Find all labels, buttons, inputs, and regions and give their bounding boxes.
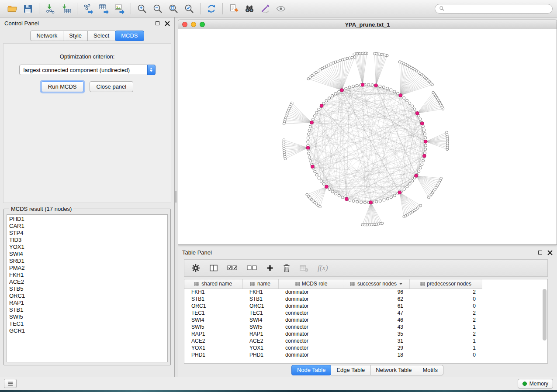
network-hub-node[interactable] [306, 146, 310, 150]
close-window-icon[interactable] [182, 22, 187, 27]
network-node[interactable] [352, 199, 355, 202]
network-node[interactable] [320, 180, 322, 182]
table-settings-button[interactable] [191, 264, 200, 272]
float-panel-icon[interactable] [538, 251, 542, 254]
network-node[interactable] [390, 196, 392, 199]
network-node[interactable] [419, 118, 422, 120]
network-node[interactable] [331, 190, 334, 193]
network-node[interactable] [398, 61, 401, 63]
select-all-columns-button[interactable] [227, 264, 238, 272]
table-scrollbar[interactable] [542, 289, 547, 362]
network-node[interactable] [379, 85, 381, 87]
mcds-result-item[interactable]: STB5 [9, 285, 165, 292]
network-node[interactable] [371, 84, 374, 86]
network-node[interactable] [382, 86, 385, 89]
column-header-predecessor-nodes[interactable]: predecessor nodes [409, 279, 482, 289]
table-row[interactable]: STB1STB1dominator620 [184, 296, 482, 303]
show-columns-button[interactable] [209, 264, 218, 272]
mcds-result-item[interactable]: ORC1 [9, 292, 165, 299]
network-node[interactable] [345, 87, 347, 90]
network-hub-node[interactable] [399, 94, 402, 97]
network-hub-node[interactable] [369, 201, 373, 204]
network-node[interactable] [328, 97, 331, 100]
network-node[interactable] [353, 56, 356, 58]
network-hub-node[interactable] [398, 191, 401, 194]
mcds-result-item[interactable]: STB1 [9, 306, 165, 313]
table-row[interactable]: ACE2ACE2connector311 [184, 337, 482, 344]
network-node[interactable] [309, 159, 311, 162]
network-node[interactable] [349, 199, 351, 201]
network-node[interactable] [353, 53, 356, 55]
network-node[interactable] [307, 152, 310, 155]
network-node[interactable] [446, 131, 448, 134]
network-node[interactable] [338, 194, 340, 197]
optimization-criterion-select[interactable]: largest connected component (undirected) [19, 65, 156, 75]
table-row[interactable]: FKH1FKH1dominator962 [184, 289, 482, 296]
close-panel-icon[interactable] [165, 21, 170, 26]
network-node[interactable] [417, 170, 420, 172]
network-hub-node[interactable] [325, 185, 329, 189]
network-node[interactable] [403, 188, 405, 190]
zoom-fit-button[interactable] [166, 2, 181, 16]
network-hub-node[interactable] [415, 174, 418, 178]
export-table-button[interactable] [96, 2, 112, 16]
network-node[interactable] [422, 125, 424, 127]
table-row[interactable]: RAP1RAP1dominator352 [184, 330, 482, 337]
tab-motifs[interactable]: Motifs [417, 365, 443, 375]
memory-button[interactable]: Memory [518, 379, 553, 389]
network-canvas[interactable] [178, 29, 557, 244]
tab-edge-table[interactable]: Edge Table [331, 365, 370, 375]
network-node[interactable] [314, 170, 316, 173]
network-node[interactable] [393, 194, 396, 197]
network-node[interactable] [390, 89, 392, 91]
network-hub-node[interactable] [340, 89, 344, 92]
tab-network-table[interactable]: Network Table [370, 365, 417, 375]
mcds-result-item[interactable]: YOX1 [9, 244, 165, 251]
network-hub-node[interactable] [345, 197, 348, 201]
network-node[interactable] [315, 173, 318, 176]
search-input[interactable] [447, 6, 548, 12]
network-node[interactable] [334, 92, 337, 95]
network-node[interactable] [393, 90, 396, 93]
delete-table-button[interactable] [300, 264, 308, 272]
network-node[interactable] [383, 199, 385, 201]
mcds-result-item[interactable]: TEC1 [9, 320, 165, 327]
close-panel-icon[interactable] [547, 250, 553, 255]
network-hub-node[interactable] [311, 165, 314, 168]
network-node[interactable] [352, 85, 355, 88]
mcds-result-item[interactable]: ACE2 [9, 279, 165, 285]
table-row[interactable]: YOX1YOX1connector291 [184, 344, 482, 351]
network-node[interactable] [424, 144, 427, 147]
network-node[interactable] [411, 179, 414, 182]
network-node[interactable] [309, 125, 311, 128]
zoom-selected-button[interactable] [181, 2, 197, 16]
network-node[interactable] [422, 159, 425, 162]
table-row[interactable]: SWI4SWI4dominator462 [184, 316, 482, 323]
network-node[interactable] [374, 52, 376, 55]
table-row[interactable]: TEC1TEC1connector472 [184, 309, 482, 316]
save-session-button[interactable] [20, 2, 36, 16]
network-hub-node[interactable] [310, 121, 314, 124]
export-network-button[interactable] [80, 2, 96, 16]
network-node[interactable] [356, 84, 358, 87]
network-hub-node[interactable] [422, 154, 426, 158]
tab-style[interactable]: Style [63, 31, 88, 41]
network-node[interactable] [328, 188, 331, 190]
delete-column-button[interactable] [283, 264, 291, 272]
network-node[interactable] [381, 222, 384, 225]
table-row[interactable]: ORC1ORC1dominator610 [184, 303, 482, 309]
tab-node-table[interactable]: Node Table [291, 365, 332, 375]
export-image-button[interactable] [112, 2, 128, 16]
network-node[interactable] [283, 123, 285, 125]
network-node[interactable] [396, 92, 399, 95]
table-row[interactable]: PHD1PHD1dominator180 [184, 351, 482, 358]
network-node[interactable] [322, 182, 325, 185]
network-node[interactable] [375, 200, 378, 203]
column-header-shared-name[interactable]: shared name [184, 279, 242, 289]
zoom-out-button[interactable] [150, 2, 166, 16]
mcds-result-item[interactable]: PMA2 [9, 265, 165, 272]
network-node[interactable] [349, 57, 351, 59]
network-node[interactable] [311, 118, 314, 121]
column-header-name[interactable]: name [242, 279, 278, 289]
network-node[interactable] [346, 57, 349, 60]
